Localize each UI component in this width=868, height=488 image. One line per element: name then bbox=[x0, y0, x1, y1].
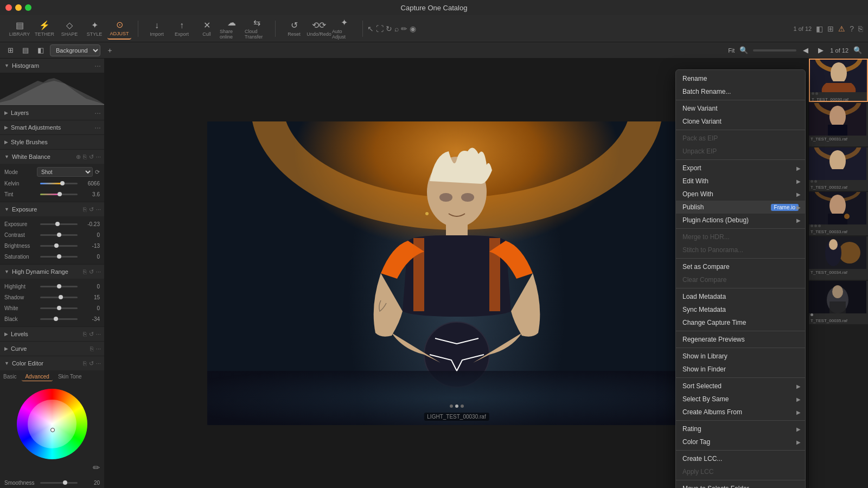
filmstrip-item-30[interactable]: T_TEST_00030.raf bbox=[809, 59, 868, 102]
filmstrip-item-34[interactable]: T_TEST_00034.raf bbox=[809, 236, 868, 280]
curve-more-icon[interactable]: ··· bbox=[96, 345, 101, 352]
color-tab-advanced[interactable]: Advanced bbox=[22, 373, 52, 381]
menu-set-compare[interactable]: Set as Compare bbox=[676, 260, 805, 273]
color-editor-more-icon[interactable]: ··· bbox=[96, 360, 101, 367]
menu-edit-with[interactable]: Edit With ▶ bbox=[676, 175, 805, 188]
menu-plugin-actions[interactable]: Plugin Actions (Debug) ▶ bbox=[676, 214, 805, 227]
reset-button[interactable]: ↺ Reset bbox=[282, 18, 306, 40]
zoom-in-button[interactable]: 🔍 bbox=[738, 44, 750, 56]
next-image-button[interactable]: ▶ bbox=[815, 44, 827, 56]
undo-redo-button[interactable]: ⟲⟳ Undo/Redo bbox=[307, 18, 331, 40]
menu-color-tag[interactable]: Color Tag ▶ bbox=[676, 435, 805, 448]
learn-button[interactable]: ? bbox=[850, 24, 854, 33]
white-balance-header[interactable]: ▼ White Balance ⊕ ⎘ ↺ ··· bbox=[0, 150, 104, 164]
crop-tool[interactable]: ⛶ bbox=[376, 24, 384, 33]
color-picker-eyedropper[interactable]: ✏ bbox=[93, 463, 100, 473]
single-view-button[interactable]: ▤ bbox=[20, 44, 31, 56]
brush-tool[interactable]: ✏ bbox=[401, 24, 407, 33]
wb-mode-select[interactable]: Shot bbox=[37, 167, 93, 177]
style-brushes-header[interactable]: ▶ Style Brushes bbox=[0, 135, 104, 149]
exp-warning-button[interactable]: ⚠ bbox=[838, 24, 845, 33]
share-online-button[interactable]: ☁ Share online bbox=[220, 18, 244, 40]
close-button[interactable] bbox=[5, 4, 12, 11]
hdr-copy-icon[interactable]: ⎘ bbox=[83, 268, 87, 275]
levels-more-icon[interactable]: ··· bbox=[96, 331, 101, 338]
zoom-slider[interactable] bbox=[753, 49, 796, 52]
zoom-tool[interactable]: ⌕ bbox=[394, 24, 399, 33]
shape-tab[interactable]: ◇ SHAPE bbox=[58, 18, 81, 40]
mask-tool[interactable]: ◉ bbox=[410, 24, 416, 33]
menu-export[interactable]: Export ▶ bbox=[676, 162, 805, 175]
tether-tab[interactable]: ⚡ TETHER bbox=[33, 18, 56, 40]
grid-view-button[interactable]: ⊞ bbox=[4, 44, 16, 56]
histogram-header[interactable]: ▼ Histogram ··· bbox=[0, 59, 104, 73]
menu-show-library[interactable]: Show in Library bbox=[676, 350, 805, 363]
menu-create-lcc[interactable]: Create LCC... bbox=[676, 452, 805, 465]
hdr-reset-icon[interactable]: ↺ bbox=[89, 268, 94, 275]
brightness-slider[interactable] bbox=[40, 245, 78, 247]
saturation-slider[interactable] bbox=[40, 256, 78, 258]
color-tab-basic[interactable]: Basic bbox=[0, 373, 20, 381]
filmstrip-item-33[interactable]: T_TEST_00033.raf bbox=[809, 192, 868, 235]
cloud-transfer-button[interactable]: ⇆ Cloud Transfer bbox=[245, 18, 269, 40]
hdr-more-icon[interactable]: ··· bbox=[96, 268, 101, 275]
levels-copy-icon[interactable]: ⎘ bbox=[83, 331, 87, 338]
menu-regenerate-previews[interactable]: Regenerate Previews bbox=[676, 333, 805, 346]
exposure-copy-icon[interactable]: ⎘ bbox=[83, 206, 87, 213]
levels-header[interactable]: ▶ Levels ⎘ ↺ ··· bbox=[0, 327, 104, 341]
smart-adjustments-header[interactable]: ▶ Smart Adjustments ··· bbox=[0, 120, 104, 134]
wb-auto-icon[interactable]: ⟳ bbox=[95, 169, 100, 176]
grid-button[interactable]: ⊞ bbox=[827, 24, 834, 33]
menu-select-by-same[interactable]: Select By Same ▶ bbox=[676, 393, 805, 406]
color-tab-skin[interactable]: Skin Tone bbox=[55, 373, 85, 381]
color-editor-copy-icon[interactable]: ⎘ bbox=[83, 360, 87, 367]
menu-open-with[interactable]: Open With ▶ bbox=[676, 188, 805, 201]
background-select[interactable]: Background bbox=[50, 44, 100, 56]
curve-header[interactable]: ▶ Curve ⎘ ··· bbox=[0, 342, 104, 356]
menu-move-selects[interactable]: Move to Selects Folder bbox=[676, 482, 805, 488]
wb-copy-icon[interactable]: ⎘ bbox=[83, 153, 87, 160]
menu-rename[interactable]: Rename bbox=[676, 72, 805, 85]
color-editor-reset-icon[interactable]: ↺ bbox=[89, 360, 94, 367]
copy-apply-button[interactable]: ⎘ bbox=[858, 24, 863, 33]
add-view-button[interactable]: ＋ bbox=[104, 44, 116, 56]
minimize-button[interactable] bbox=[15, 4, 22, 11]
maximize-button[interactable] bbox=[25, 4, 31, 11]
prev-image-button[interactable]: ◀ bbox=[800, 44, 812, 56]
exposure-reset-icon[interactable]: ↺ bbox=[89, 206, 94, 213]
layers-more[interactable]: ··· bbox=[94, 108, 101, 117]
contrast-slider[interactable] bbox=[40, 234, 78, 236]
tint-slider[interactable] bbox=[40, 194, 78, 195]
highlight-slider[interactable] bbox=[40, 286, 78, 287]
filmstrip-item-31[interactable]: T_TEST_00031.raf bbox=[809, 103, 868, 146]
cull-button[interactable]: ✕ Cull bbox=[195, 18, 219, 40]
cursor-tool[interactable]: ↖ bbox=[367, 24, 374, 33]
library-tab[interactable]: ▤ LIBRARY bbox=[8, 18, 31, 40]
histogram-more[interactable]: ··· bbox=[94, 61, 101, 70]
hdr-header[interactable]: ▼ High Dynamic Range ⎘ ↺ ··· bbox=[0, 265, 104, 279]
style-tab[interactable]: ✦ STYLE bbox=[82, 18, 106, 40]
menu-clone-variant[interactable]: Clone Variant bbox=[676, 115, 805, 128]
menu-publish[interactable]: Publish Frame.io ▶ bbox=[676, 201, 805, 214]
curve-copy-icon[interactable]: ⎘ bbox=[90, 345, 94, 352]
white-slider[interactable] bbox=[40, 307, 78, 309]
import-button[interactable]: ↓ Import bbox=[145, 18, 169, 40]
wb-more-icon[interactable]: ··· bbox=[96, 153, 101, 160]
layers-header[interactable]: ▶ Layers ··· bbox=[0, 106, 104, 120]
exposure-slider[interactable] bbox=[40, 223, 78, 225]
levels-reset-icon[interactable]: ↺ bbox=[89, 331, 94, 338]
wb-reset-icon[interactable]: ↺ bbox=[89, 153, 94, 160]
menu-batch-rename[interactable]: Batch Rename... bbox=[676, 85, 805, 98]
menu-change-capture-time[interactable]: Change Capture Time bbox=[676, 316, 805, 329]
black-slider[interactable] bbox=[40, 318, 78, 320]
shadow-slider[interactable] bbox=[40, 297, 78, 298]
menu-sync-metadata[interactable]: Sync Metadata bbox=[676, 303, 805, 316]
auto-adjust-button[interactable]: ✦ Auto Adjust bbox=[332, 18, 356, 40]
compare-view-button[interactable]: ◧ bbox=[35, 44, 47, 56]
filmstrip-item-32[interactable]: T_TEST_00032.raf bbox=[809, 147, 868, 191]
menu-load-metadata[interactable]: Load Metadata bbox=[676, 290, 805, 303]
kelvin-slider[interactable] bbox=[40, 183, 78, 184]
menu-rating[interactable]: Rating ▶ bbox=[676, 422, 805, 435]
rotate-tool[interactable]: ↻ bbox=[386, 24, 392, 33]
exposure-more-icon[interactable]: ··· bbox=[96, 206, 101, 213]
